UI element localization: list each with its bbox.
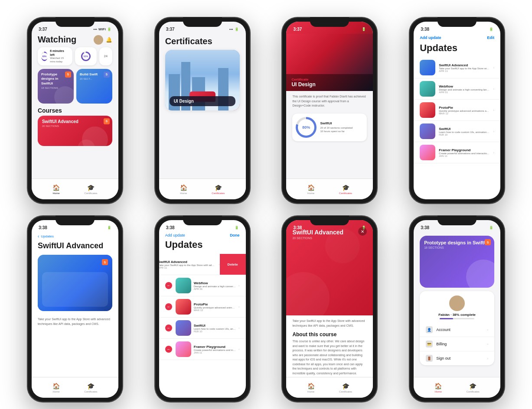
date-webflow: APR 01 — [439, 91, 490, 94]
tab-certs-label-3: Certificates — [339, 192, 352, 195]
bell-icon[interactable]: 🔔 — [106, 37, 112, 43]
update-item-framer[interactable]: Framer Playground Create powerful animat… — [414, 142, 500, 163]
profile-avatar-row: Fabián · 38% complete — [420, 291, 494, 323]
home-icon-8: 🏠 — [434, 383, 442, 390]
add-update-btn[interactable]: Add update — [420, 36, 441, 40]
update-item-swiftui-adv[interactable]: SwiftUI Advanced Take your SwiftUI app t… — [414, 57, 500, 78]
updates-title-6: Updates — [165, 239, 240, 250]
swift-badge-5: S — [102, 259, 108, 265]
course-desc-7: Take your SwiftUI app to the App Store w… — [292, 319, 367, 328]
delete-circle-4[interactable]: − — [165, 325, 172, 331]
tab-home-7[interactable]: 🏠 Home — [307, 383, 315, 393]
cert-info-text: This certificate is proof that Fabián Dí… — [286, 91, 373, 112]
menu-item-signout[interactable]: 🚪 Sign out › — [420, 351, 494, 365]
billing-icon: 💳 — [426, 341, 433, 347]
phone-watching: 3:37 ▪▪▪ WiFi 🔋 Watching 🔔 — [17, 17, 133, 204]
battery-8: 🔋 — [489, 226, 493, 230]
tab-certs-label-1: Certificates — [85, 192, 98, 195]
info-s1: SwiftUI Advanced Take your SwiftUI app t… — [159, 260, 215, 269]
progress-pill-2[interactable]: 92% — [75, 47, 97, 65]
swipe-item-4[interactable]: − SwiftUI Learn how to code custom UIs, … — [159, 318, 246, 339]
progress-pill-3[interactable]: 24 — [99, 47, 112, 65]
signout-icon: 🚪 — [426, 355, 433, 362]
menu-label-signout: Sign out — [436, 356, 483, 360]
featured-course[interactable]: S SwiftUI Advanced 20 SECTIONS — [38, 116, 112, 146]
delete-btn[interactable]: Delete — [220, 254, 246, 275]
updates-swipe-nav: Add update Done — [159, 232, 246, 239]
desc-s2: Design and animate a high converting lan… — [194, 285, 236, 288]
phone-frame-6: 3:38 🔋 Add update Done Updates — [155, 216, 250, 402]
tab-home-3[interactable]: 🏠 Home — [307, 184, 315, 195]
about-text-7: This course is unlike any other. We care… — [292, 339, 367, 376]
tab-home-8[interactable]: 🏠 Home — [434, 383, 442, 393]
cert-progress-title: SwiftUI — [320, 121, 352, 125]
profile-progress-bar — [440, 318, 453, 319]
menu-item-account[interactable]: 👤 Account › — [420, 323, 494, 337]
swipe-item-3[interactable]: − ProtoPie Quickly prototype advanced an… — [159, 296, 246, 318]
swift-logo-featured: S — [104, 118, 110, 124]
progress-pill-1[interactable]: 68% 6 minutes left Watched 15 mins today — [38, 47, 72, 65]
profile-course-card[interactable]: S Prototype designs in SwiftUI 18 SECTIO… — [420, 236, 494, 288]
course-img-placeholder — [42, 272, 108, 307]
tab-certs-1[interactable]: 🎓 Certificates — [85, 184, 98, 195]
course-detail-desc-5: Take your SwiftUI app to the App Store w… — [32, 314, 118, 330]
cert-detail-overlay: Certificate UI Design — [286, 74, 373, 91]
date-protopie: MAR 12 — [439, 112, 490, 115]
delete-circle-5[interactable]: − — [165, 346, 172, 353]
user-avatar[interactable] — [94, 35, 103, 45]
battery-3: 🔋 — [362, 27, 366, 31]
tab-certs-2[interactable]: 🎓 Certificates — [212, 184, 225, 195]
add-update-btn-6[interactable]: Add update — [165, 233, 185, 237]
cert-card[interactable]: UI Design — [165, 50, 240, 110]
tab-certs-7[interactable]: 🎓 Certificates — [339, 383, 352, 393]
mini-course-build[interactable]: S Build Swift 20 SECT... — [76, 69, 112, 104]
circle-68: 68% — [41, 52, 48, 61]
mini-courses-row: S Prototype designs in SwiftUI 18 SECTIO… — [32, 69, 118, 107]
desc-s3: Quickly prototype advanced animations an… — [194, 306, 236, 309]
tab-home-5[interactable]: 🏠 Home — [52, 383, 60, 393]
thumb-s2 — [176, 278, 191, 293]
update-item-protopie[interactable]: ProtoPie Quickly prototype advanced anim… — [414, 100, 500, 121]
tab-certs-8[interactable]: 🎓 Certificates — [467, 383, 480, 393]
chevron-4: › — [493, 130, 494, 133]
swift-logo-1: S — [65, 71, 71, 78]
edit-btn[interactable]: Edit — [487, 36, 494, 40]
desc-s4: Learn how to code custom UIs, animations… — [194, 328, 236, 330]
tab-home-1[interactable]: 🏠 Home — [52, 184, 60, 195]
featured-course-title: SwiftUI Advanced — [42, 119, 108, 124]
menu-item-billing[interactable]: 💳 Billing › — [420, 337, 494, 351]
time-2: 3:37 — [166, 27, 175, 32]
watching-title: Watching — [38, 35, 76, 45]
phone-frame-8: 3:38 🔋 S Prototype designs in SwiftUI 18… — [409, 216, 505, 402]
tab-certs-label-8: Certificates — [467, 390, 480, 393]
chevron-3: › — [493, 108, 494, 112]
tab-certs-label-2: Certificates — [212, 192, 225, 195]
status-icons-3: 🔋 — [362, 27, 366, 31]
swipe-item-1[interactable]: SwiftUI Advanced Take your SwiftUI app t… — [159, 254, 246, 275]
chevron-s3: › — [238, 305, 240, 309]
tab-certs-label-5: Certificates — [85, 390, 98, 393]
back-text-5[interactable]: Updates — [41, 234, 54, 238]
delete-circle-3[interactable]: − — [165, 303, 172, 310]
screen-cert-detail: 3:37 🔋 Certificate UI Design This certif… — [286, 22, 373, 199]
signout-chevron: › — [487, 357, 488, 360]
tab-home-2[interactable]: 🏠 Home — [180, 184, 187, 195]
swipe-item-5[interactable]: − Framer Playground Create powerful anim… — [159, 339, 246, 360]
done-btn-6[interactable]: Done — [230, 233, 240, 237]
delete-circle-2[interactable]: − — [165, 282, 172, 289]
time-1: 3:37 — [39, 27, 47, 32]
update-item-webflow[interactable]: Webflow Design and animate a high conver… — [414, 78, 500, 100]
swipe-item-2[interactable]: − Webflow Design and animate a high conv… — [159, 275, 246, 296]
notch-1 — [55, 17, 95, 27]
tab-certs-3[interactable]: 🎓 Certificates — [339, 184, 352, 195]
mini-course-swiftui[interactable]: S Prototype designs in SwiftUI 18 SECTIO… — [38, 69, 74, 104]
desc-s5: Create powerful animations and interacti… — [194, 349, 236, 351]
thumb-s5 — [176, 341, 191, 357]
back-arrow-5[interactable]: ‹ — [38, 234, 39, 239]
tab-home-label-8: Home — [435, 390, 442, 393]
home-icon-7: 🏠 — [307, 383, 315, 390]
tab-bar-8: 🏠 Home 🎓 Certificates — [414, 377, 500, 398]
update-item-swiftui[interactable]: SwiftUI Learn how to code custom UIs, an… — [414, 121, 500, 142]
tab-certs-5[interactable]: 🎓 Certificates — [85, 383, 98, 393]
course-detail-title-5: SwiftUI Advanced — [32, 240, 118, 252]
